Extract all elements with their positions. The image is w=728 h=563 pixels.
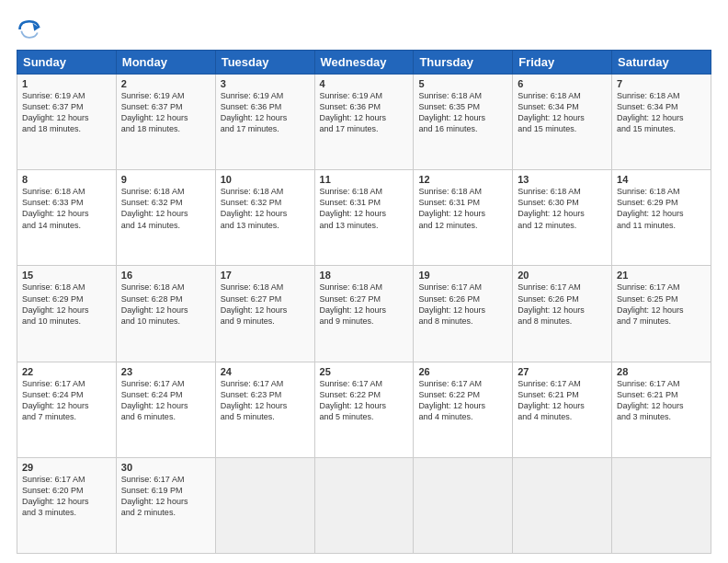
cell-info: Sunrise: 6:17 AMSunset: 6:24 PMDaylight:…: [121, 379, 188, 421]
cell-info: Sunrise: 6:17 AMSunset: 6:23 PMDaylight:…: [221, 379, 288, 421]
cell-info: Sunrise: 6:18 AMSunset: 6:29 PMDaylight:…: [617, 187, 684, 229]
cell-info: Sunrise: 6:17 AMSunset: 6:21 PMDaylight:…: [518, 379, 585, 421]
day-number: 30: [121, 462, 210, 473]
calendar-cell: 20 Sunrise: 6:17 AMSunset: 6:26 PMDaylig…: [513, 266, 612, 362]
calendar-cell: 12 Sunrise: 6:18 AMSunset: 6:31 PMDaylig…: [414, 170, 513, 266]
calendar: SundayMondayTuesdayWednesdayThursdayFrid…: [17, 50, 711, 554]
calendar-cell: 30 Sunrise: 6:17 AMSunset: 6:19 PMDaylig…: [116, 457, 215, 553]
day-number: 28: [617, 366, 706, 377]
calendar-cell: 26 Sunrise: 6:17 AMSunset: 6:22 PMDaylig…: [414, 362, 513, 457]
calendar-cell: 19 Sunrise: 6:17 AMSunset: 6:26 PMDaylig…: [414, 266, 513, 362]
cell-info: Sunrise: 6:18 AMSunset: 6:28 PMDaylight:…: [121, 282, 188, 325]
day-number: 24: [221, 366, 310, 377]
cell-info: Sunrise: 6:18 AMSunset: 6:33 PMDaylight:…: [22, 187, 89, 229]
cell-info: Sunrise: 6:19 AMSunset: 6:37 PMDaylight:…: [22, 91, 89, 133]
day-number: 25: [320, 366, 409, 377]
cell-info: Sunrise: 6:18 AMSunset: 6:34 PMDaylight:…: [518, 91, 585, 133]
logo: [17, 17, 44, 42]
calendar-cell: 5 Sunrise: 6:18 AMSunset: 6:35 PMDayligh…: [414, 75, 513, 170]
cell-info: Sunrise: 6:18 AMSunset: 6:34 PMDaylight:…: [617, 91, 684, 133]
day-number: 18: [320, 270, 409, 281]
cell-info: Sunrise: 6:19 AMSunset: 6:36 PMDaylight:…: [320, 91, 387, 133]
day-number: 7: [617, 78, 706, 89]
calendar-cell: 3 Sunrise: 6:19 AMSunset: 6:36 PMDayligh…: [215, 75, 314, 170]
day-number: 3: [221, 78, 310, 89]
calendar-cell: 24 Sunrise: 6:17 AMSunset: 6:23 PMDaylig…: [215, 362, 314, 457]
day-number: 4: [320, 78, 409, 89]
day-number: 14: [617, 174, 706, 185]
cell-info: Sunrise: 6:17 AMSunset: 6:19 PMDaylight:…: [121, 475, 188, 517]
cell-info: Sunrise: 6:17 AMSunset: 6:22 PMDaylight:…: [320, 379, 387, 421]
day-number: 21: [617, 270, 706, 281]
day-header-sunday: Sunday: [17, 51, 117, 75]
day-number: 11: [320, 174, 409, 185]
calendar-cell: [612, 457, 711, 553]
cell-info: Sunrise: 6:18 AMSunset: 6:27 PMDaylight:…: [320, 282, 387, 325]
calendar-cell: 27 Sunrise: 6:17 AMSunset: 6:21 PMDaylig…: [513, 362, 612, 457]
calendar-cell: 17 Sunrise: 6:18 AMSunset: 6:27 PMDaylig…: [215, 266, 314, 362]
calendar-cell: 23 Sunrise: 6:17 AMSunset: 6:24 PMDaylig…: [116, 362, 215, 457]
calendar-cell: 18 Sunrise: 6:18 AMSunset: 6:27 PMDaylig…: [314, 266, 414, 362]
day-number: 15: [22, 270, 111, 281]
cell-info: Sunrise: 6:18 AMSunset: 6:29 PMDaylight:…: [22, 282, 89, 325]
day-number: 26: [418, 366, 507, 377]
cell-info: Sunrise: 6:18 AMSunset: 6:35 PMDaylight:…: [418, 91, 485, 133]
cell-info: Sunrise: 6:17 AMSunset: 6:25 PMDaylight:…: [617, 282, 684, 325]
calendar-cell: 10 Sunrise: 6:18 AMSunset: 6:32 PMDaylig…: [215, 170, 314, 266]
calendar-cell: 11 Sunrise: 6:18 AMSunset: 6:31 PMDaylig…: [314, 170, 414, 266]
cell-info: Sunrise: 6:17 AMSunset: 6:20 PMDaylight:…: [22, 475, 89, 517]
day-header-saturday: Saturday: [612, 51, 711, 75]
logo-icon: [17, 17, 42, 42]
calendar-cell: 21 Sunrise: 6:17 AMSunset: 6:25 PMDaylig…: [612, 266, 711, 362]
calendar-cell: [314, 457, 414, 553]
calendar-cell: 16 Sunrise: 6:18 AMSunset: 6:28 PMDaylig…: [116, 266, 215, 362]
day-number: 9: [121, 174, 210, 185]
cell-info: Sunrise: 6:18 AMSunset: 6:31 PMDaylight:…: [320, 187, 387, 229]
cell-info: Sunrise: 6:18 AMSunset: 6:32 PMDaylight:…: [221, 187, 288, 229]
calendar-cell: 4 Sunrise: 6:19 AMSunset: 6:36 PMDayligh…: [314, 75, 414, 170]
calendar-cell: 7 Sunrise: 6:18 AMSunset: 6:34 PMDayligh…: [612, 75, 711, 170]
calendar-cell: [513, 457, 612, 553]
day-number: 23: [121, 366, 210, 377]
calendar-cell: [414, 457, 513, 553]
calendar-cell: 14 Sunrise: 6:18 AMSunset: 6:29 PMDaylig…: [612, 170, 711, 266]
cell-info: Sunrise: 6:18 AMSunset: 6:32 PMDaylight:…: [121, 187, 188, 229]
day-number: 29: [22, 462, 111, 473]
day-number: 20: [518, 270, 607, 281]
day-number: 27: [518, 366, 607, 377]
calendar-cell: 9 Sunrise: 6:18 AMSunset: 6:32 PMDayligh…: [116, 170, 215, 266]
cell-info: Sunrise: 6:17 AMSunset: 6:22 PMDaylight:…: [418, 379, 485, 421]
cell-info: Sunrise: 6:17 AMSunset: 6:24 PMDaylight:…: [22, 379, 89, 421]
day-number: 13: [518, 174, 607, 185]
cell-info: Sunrise: 6:19 AMSunset: 6:36 PMDaylight:…: [221, 91, 288, 133]
day-header-thursday: Thursday: [414, 51, 513, 75]
day-number: 16: [121, 270, 210, 281]
calendar-cell: 22 Sunrise: 6:17 AMSunset: 6:24 PMDaylig…: [17, 362, 117, 457]
day-number: 6: [518, 78, 607, 89]
day-number: 8: [22, 174, 111, 185]
day-number: 19: [418, 270, 507, 281]
calendar-cell: 29 Sunrise: 6:17 AMSunset: 6:20 PMDaylig…: [17, 457, 117, 553]
day-number: 2: [121, 78, 210, 89]
cell-info: Sunrise: 6:18 AMSunset: 6:30 PMDaylight:…: [518, 187, 585, 229]
cell-info: Sunrise: 6:17 AMSunset: 6:21 PMDaylight:…: [617, 379, 684, 421]
day-number: 10: [221, 174, 310, 185]
cell-info: Sunrise: 6:17 AMSunset: 6:26 PMDaylight:…: [518, 282, 585, 325]
cell-info: Sunrise: 6:18 AMSunset: 6:31 PMDaylight:…: [418, 187, 485, 229]
day-number: 1: [22, 78, 111, 89]
calendar-cell: 25 Sunrise: 6:17 AMSunset: 6:22 PMDaylig…: [314, 362, 414, 457]
cell-info: Sunrise: 6:18 AMSunset: 6:27 PMDaylight:…: [221, 282, 288, 325]
cell-info: Sunrise: 6:19 AMSunset: 6:37 PMDaylight:…: [121, 91, 188, 133]
day-header-friday: Friday: [513, 51, 612, 75]
calendar-cell: 15 Sunrise: 6:18 AMSunset: 6:29 PMDaylig…: [17, 266, 117, 362]
day-number: 17: [221, 270, 310, 281]
calendar-cell: 6 Sunrise: 6:18 AMSunset: 6:34 PMDayligh…: [513, 75, 612, 170]
day-header-monday: Monday: [116, 51, 215, 75]
calendar-cell: 1 Sunrise: 6:19 AMSunset: 6:37 PMDayligh…: [17, 75, 117, 170]
calendar-cell: 13 Sunrise: 6:18 AMSunset: 6:30 PMDaylig…: [513, 170, 612, 266]
day-header-wednesday: Wednesday: [314, 51, 414, 75]
calendar-cell: 28 Sunrise: 6:17 AMSunset: 6:21 PMDaylig…: [612, 362, 711, 457]
day-number: 22: [22, 366, 111, 377]
day-header-tuesday: Tuesday: [215, 51, 314, 75]
calendar-cell: [215, 457, 314, 553]
